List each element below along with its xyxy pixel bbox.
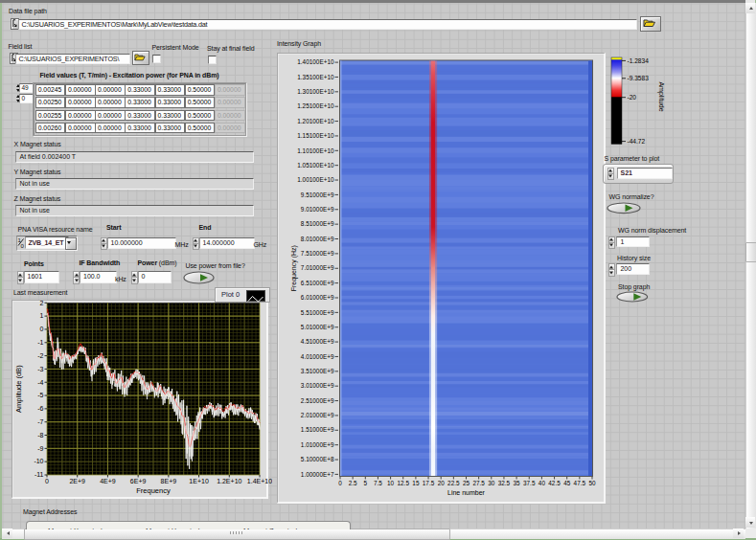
svg-text:1.35100E+10: 1.35100E+10 bbox=[297, 74, 334, 80]
svg-text:37.5: 37.5 bbox=[523, 480, 536, 486]
svg-text:1.00100E+10: 1.00100E+10 bbox=[297, 176, 334, 183]
svg-text:-11: -11 bbox=[34, 471, 44, 478]
svg-text:1.30100E+10: 1.30100E+10 bbox=[297, 88, 334, 95]
svg-text:-10: -10 bbox=[34, 458, 43, 464]
svg-text:Amplitude: Amplitude bbox=[657, 81, 665, 111]
svg-text:40: 40 bbox=[538, 480, 546, 486]
svg-text:1.51000E+9: 1.51000E+9 bbox=[301, 426, 334, 433]
svg-text:2E+9: 2E+9 bbox=[69, 478, 85, 484]
svg-text:Frequency (Hz): Frequency (Hz) bbox=[290, 245, 298, 291]
svg-text:20: 20 bbox=[438, 480, 446, 486]
svg-text:5.51000E+9: 5.51000E+9 bbox=[301, 309, 334, 316]
svg-text:0: 0 bbox=[40, 326, 44, 332]
svg-text:10: 10 bbox=[387, 480, 395, 486]
svg-text:8.01000E+9: 8.01000E+9 bbox=[301, 236, 334, 242]
svg-text:1.4E+10: 1.4E+10 bbox=[247, 478, 272, 484]
svg-text:1E+10: 1E+10 bbox=[189, 478, 209, 484]
svg-text:-5: -5 bbox=[37, 392, 43, 398]
svg-text:-44.72: -44.72 bbox=[628, 138, 646, 145]
svg-text:-2: -2 bbox=[37, 352, 43, 359]
svg-text:4.01000E+9: 4.01000E+9 bbox=[301, 353, 334, 360]
svg-text:25: 25 bbox=[463, 480, 470, 486]
svg-text:-9.3583: -9.3583 bbox=[628, 75, 650, 81]
svg-text:-20: -20 bbox=[628, 94, 637, 101]
svg-text:-8: -8 bbox=[37, 432, 43, 439]
svg-text:1.2E+10: 1.2E+10 bbox=[217, 478, 241, 484]
svg-text:-1.2834: -1.2834 bbox=[628, 57, 650, 64]
svg-text:Frequency: Frequency bbox=[136, 486, 171, 495]
svg-text:6E+9: 6E+9 bbox=[130, 478, 147, 484]
svg-text:30: 30 bbox=[488, 480, 495, 486]
svg-text:6.51000E+9: 6.51000E+9 bbox=[301, 280, 334, 286]
svg-text:0: 0 bbox=[338, 480, 342, 486]
svg-text:4E+9: 4E+9 bbox=[100, 478, 116, 484]
svg-text:2: 2 bbox=[40, 300, 44, 306]
svg-text:0: 0 bbox=[21, 243, 25, 249]
svg-text:17.5: 17.5 bbox=[423, 480, 435, 486]
svg-text:5.10000E+8: 5.10000E+8 bbox=[301, 456, 334, 462]
svg-text:2.01000E+9: 2.01000E+9 bbox=[301, 412, 334, 418]
svg-text:Line number: Line number bbox=[447, 489, 486, 496]
svg-text:47.5: 47.5 bbox=[574, 480, 586, 486]
svg-text:7.5: 7.5 bbox=[374, 480, 382, 486]
svg-text:27.5: 27.5 bbox=[472, 480, 485, 486]
svg-text:22.5: 22.5 bbox=[447, 480, 460, 486]
svg-text:-6: -6 bbox=[37, 405, 43, 412]
svg-text:1.01000E+9: 1.01000E+9 bbox=[301, 441, 334, 448]
svg-text:1.20100E+10: 1.20100E+10 bbox=[297, 118, 334, 124]
svg-text:1.05100E+10: 1.05100E+10 bbox=[297, 162, 334, 169]
svg-text:8E+9: 8E+9 bbox=[161, 478, 177, 484]
svg-text:9.01000E+9: 9.01000E+9 bbox=[301, 206, 334, 213]
svg-text:5.01000E+9: 5.01000E+9 bbox=[301, 324, 334, 330]
svg-text:1: 1 bbox=[40, 312, 44, 319]
svg-text:0: 0 bbox=[45, 478, 49, 484]
svg-text:-3: -3 bbox=[37, 366, 43, 372]
svg-text:1.40100E+10: 1.40100E+10 bbox=[297, 58, 334, 65]
svg-text:42.5: 42.5 bbox=[548, 480, 561, 486]
svg-text:7.01000E+9: 7.01000E+9 bbox=[301, 264, 334, 271]
svg-text:-4: -4 bbox=[37, 379, 43, 386]
svg-text:Amplitude (dB): Amplitude (dB) bbox=[14, 365, 23, 413]
svg-text:2.5: 2.5 bbox=[349, 480, 357, 486]
svg-text:1.25100E+10: 1.25100E+10 bbox=[297, 102, 334, 109]
svg-text:32.5: 32.5 bbox=[498, 480, 511, 486]
svg-text:45: 45 bbox=[563, 480, 571, 486]
svg-text:-9: -9 bbox=[37, 445, 43, 452]
svg-text:6.01000E+9: 6.01000E+9 bbox=[301, 294, 334, 301]
svg-text:-7: -7 bbox=[37, 418, 43, 425]
svg-text:-1: -1 bbox=[37, 339, 43, 346]
svg-text:4.51000E+9: 4.51000E+9 bbox=[301, 338, 334, 345]
svg-text:12.5: 12.5 bbox=[398, 480, 410, 486]
svg-text:35: 35 bbox=[514, 480, 521, 486]
svg-text:8.51000E+9: 8.51000E+9 bbox=[301, 220, 334, 227]
svg-text:1.15100E+10: 1.15100E+10 bbox=[297, 132, 334, 139]
svg-text:3.01000E+9: 3.01000E+9 bbox=[301, 382, 334, 389]
svg-text:7.51000E+9: 7.51000E+9 bbox=[301, 250, 334, 257]
svg-text:2.51000E+9: 2.51000E+9 bbox=[301, 397, 334, 404]
svg-text:3.51000E+9: 3.51000E+9 bbox=[301, 368, 334, 374]
svg-text:50: 50 bbox=[588, 480, 596, 486]
svg-text:1.10100E+10: 1.10100E+10 bbox=[297, 147, 334, 154]
svg-text:15: 15 bbox=[412, 480, 420, 486]
svg-text:9.51000E+9: 9.51000E+9 bbox=[301, 191, 334, 198]
svg-text:5: 5 bbox=[364, 480, 368, 486]
svg-text:1.00000E+7: 1.00000E+7 bbox=[301, 471, 334, 478]
